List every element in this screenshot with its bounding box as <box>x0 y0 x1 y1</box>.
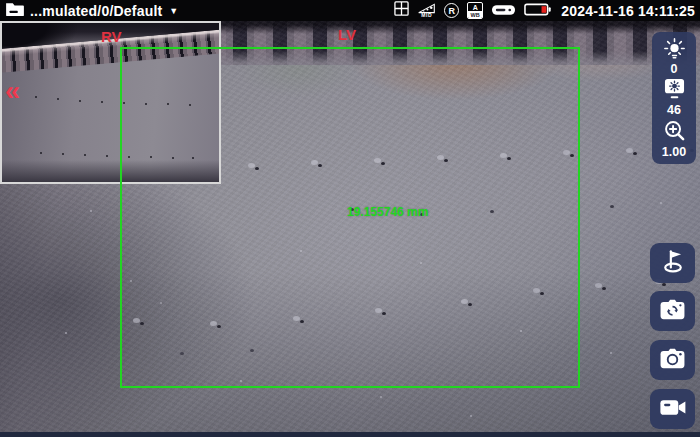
datetime-display: 2024-11-16 14:11:25 <box>561 3 695 19</box>
dropdown-caret-icon: ▼ <box>169 6 178 16</box>
led-level-indicator[interactable]: MID <box>417 3 436 18</box>
status-icons: MID R A WB <box>394 1 695 20</box>
screen-brightness-icon[interactable] <box>663 78 686 103</box>
top-status-bar: ...mulated/0/Default ▼ MID <box>0 0 700 21</box>
auto-white-balance-indicator[interactable]: A WB <box>467 2 483 19</box>
record-mode-label: R <box>448 6 455 16</box>
video-record-button[interactable] <box>650 389 695 429</box>
led-brightness-value: 0 <box>671 63 678 75</box>
bottom-edge-bar <box>0 432 700 437</box>
led-brightness-icon[interactable] <box>664 38 685 63</box>
record-mode-indicator[interactable]: R <box>444 3 459 18</box>
zoom-value: 1.00 <box>662 146 686 158</box>
awb-wb-label: WB <box>468 11 482 18</box>
folder-icon <box>5 1 25 21</box>
live-view-label: LV <box>338 26 356 43</box>
camera-icon <box>659 347 686 374</box>
folder-path-label: ...mulated/0/Default <box>30 3 162 19</box>
compare-capture-button[interactable] <box>650 291 695 331</box>
flag-marker-icon <box>660 248 686 278</box>
app-screen: RV « LV 19.155746 mm 0 <box>0 0 700 437</box>
awb-auto-label: A <box>468 3 482 11</box>
screen-brightness-value: 46 <box>667 104 681 116</box>
led-level-label: MID <box>421 13 432 18</box>
pip-surface-pits <box>2 23 4 25</box>
adjustment-panel: 0 46 1.00 <box>652 32 696 164</box>
photo-capture-button[interactable] <box>650 340 695 380</box>
battery-icon <box>524 2 551 20</box>
save-path-selector[interactable]: ...mulated/0/Default ▼ <box>5 1 178 21</box>
mark-point-button[interactable] <box>650 243 695 283</box>
pip-collapse-chevron[interactable]: « <box>5 79 20 102</box>
video-camera-icon <box>659 397 687 422</box>
grid-menu-icon[interactable] <box>394 1 409 20</box>
camera-rotate-icon <box>659 298 686 325</box>
measurement-value: 19.155746 mm <box>347 205 428 219</box>
usb-storage-icon <box>491 2 516 20</box>
zoom-in-icon[interactable] <box>663 119 686 146</box>
pip-view-label: RV <box>101 28 122 45</box>
